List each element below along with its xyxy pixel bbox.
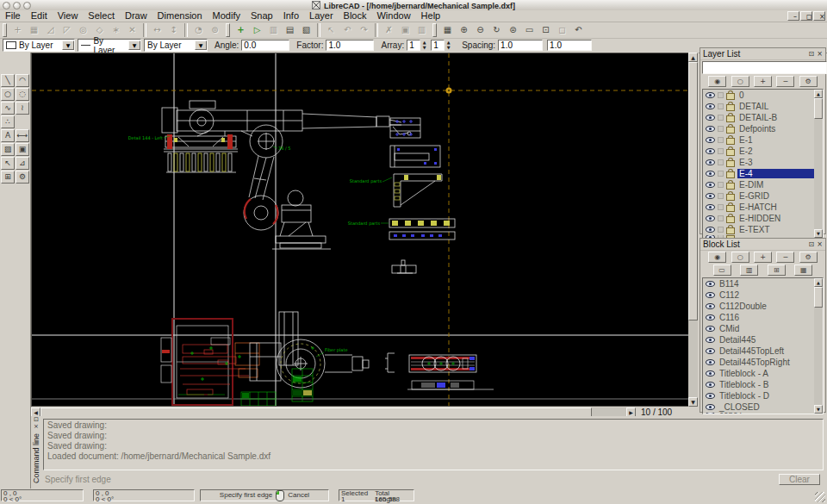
tool-polyline-icon[interactable]: ≀ [16,102,29,115]
print-preview-icon[interactable]: ▧ [298,23,314,37]
toolbar-handle[interactable] [3,23,7,37]
block-visibility-icon[interactable] [706,348,715,354]
block-row[interactable]: C112Double [703,301,823,312]
command-input[interactable]: Specify first edge [43,475,779,484]
block-row[interactable]: CMid [703,323,823,334]
attributes-block-icon[interactable]: ⚙ [799,252,818,263]
layer-lock-icon[interactable] [726,171,735,178]
panel-close-icon[interactable]: × [817,240,823,248]
layer-row[interactable]: E-4 [703,168,823,179]
zoom-in-icon[interactable]: ⊕ [456,23,472,37]
combo-arrow-icon[interactable]: ▼ [62,40,74,50]
block-row[interactable]: cone1 [703,413,823,414]
tool-hatch-icon[interactable]: ▨ [1,143,15,156]
tool-dimension-icon[interactable]: ⟷ [16,129,29,142]
zoom-window-icon[interactable]: ▭ [521,23,538,37]
layer-lock-icon[interactable] [726,138,735,145]
tool-measure-icon[interactable]: ⊿ [16,157,29,170]
restrict-horizontal-icon[interactable]: ↔ [149,23,165,37]
layer-row[interactable]: 0 [703,90,823,101]
snap-distance-icon[interactable]: ∗ [108,23,124,37]
block-row[interactable]: C116 [703,312,823,323]
mdi-minimize-button[interactable]: – [787,11,799,21]
zoom-page-icon[interactable]: ◻ [554,23,570,37]
layer-visibility-icon[interactable] [706,103,715,109]
cut-icon[interactable]: ✗ [381,23,397,37]
undo-icon[interactable]: ↶ [339,23,356,37]
spin-down-icon[interactable]: ▼ [445,46,452,51]
layer-construction-icon[interactable] [718,182,724,188]
layer-visibility-icon[interactable] [706,137,715,143]
layer-construction-icon[interactable] [718,171,724,177]
block-visibility-icon[interactable] [706,303,715,309]
add-block-icon[interactable]: + [754,252,772,263]
pointer-icon[interactable]: ↖ [323,23,339,37]
edit-block-icon[interactable]: ▭ [713,264,731,276]
combo-arrow-icon[interactable]: ▼ [128,40,140,50]
factor-input[interactable] [326,40,374,51]
layer-row[interactable]: E-TEXT [703,224,823,235]
tool-arc-icon[interactable]: ◠ [16,74,29,87]
menu-item[interactable]: Block [339,10,372,22]
layer-lock-icon[interactable] [726,127,735,134]
tool-line-icon[interactable]: ╲ [1,74,15,87]
layer-construction-icon[interactable] [718,193,724,199]
layer-construction-icon[interactable] [718,204,724,210]
drawing-canvas[interactable]: Detail 144 - Left 36 / 5 [31,53,689,407]
add-layer-icon[interactable]: + [754,76,772,87]
angle-input[interactable] [241,40,289,51]
tool-block-icon[interactable]: ⊞ [1,171,15,184]
layer-construction-icon[interactable] [718,115,724,121]
layer-visibility-icon[interactable] [706,193,715,199]
previous-view-icon[interactable]: ↶ [570,23,587,37]
layer-visibility-icon[interactable] [706,148,715,154]
tool-circle-icon[interactable]: ○ [1,88,15,101]
spin-down-icon[interactable]: ▼ [420,46,428,51]
panel-close-icon[interactable]: × [817,50,823,58]
menu-item[interactable]: Snap [246,10,278,22]
set-relative-zero-icon[interactable]: ⊚ [207,23,223,37]
block-row[interactable]: B114 [703,278,823,289]
menu-item[interactable]: Select [83,10,120,22]
layer-lock-icon[interactable] [726,227,735,234]
panel-float-icon[interactable]: ⊡ [809,50,815,58]
scroll-right-icon[interactable]: ▶ [626,408,636,417]
layer-construction-icon[interactable] [718,215,724,221]
layer-visibility-icon[interactable] [706,115,715,121]
block-row[interactable]: C112 [703,289,823,301]
layer-construction-icon[interactable] [718,137,724,143]
layer-row[interactable]: E-2 [703,146,823,157]
zoom-pan-icon[interactable]: ⊡ [538,23,554,37]
pen-color-combo[interactable]: By Layer ▼ [3,39,75,52]
layer-row[interactable]: E-HATCH [703,202,823,213]
layer-lock-icon[interactable] [726,194,735,201]
block-visibility-icon[interactable] [706,370,715,376]
layer-row[interactable]: E-3 [703,157,823,168]
menu-item[interactable]: Modify [208,10,246,22]
block-visibility-icon[interactable] [706,359,715,365]
redo-icon[interactable]: ↷ [356,23,372,37]
save-block-icon[interactable]: ▥ [740,264,758,276]
tool-image-icon[interactable]: ▣ [16,143,29,156]
block-visibility-icon[interactable] [706,281,715,287]
layer-visibility-icon[interactable] [706,159,715,165]
insert-block-icon[interactable]: ⊞ [768,264,786,276]
layer-construction-icon[interactable] [718,126,724,132]
block-visibility-icon[interactable] [706,292,715,298]
layer-visibility-icon[interactable] [706,204,715,210]
layer-visibility-icon[interactable] [706,92,715,98]
snap-intersection-icon[interactable]: ✕ [124,23,140,37]
vertical-scrollbar[interactable]: ▲ ▼ [688,53,698,407]
block-list-scrollbar[interactable]: ▲ ▼ [814,278,823,414]
save-file-icon[interactable]: ▥ [265,23,282,37]
snap-center-icon[interactable]: ◎ [75,23,91,37]
vscroll-thumb[interactable] [688,62,698,320]
menu-item[interactable]: Edit [26,10,53,22]
block-visibility-icon[interactable] [706,337,715,343]
clear-button[interactable]: Clear [779,474,820,485]
block-row[interactable]: Titleblock - B [703,379,823,390]
spacing-x-input[interactable] [498,40,543,51]
paste-icon[interactable]: ▥ [414,23,430,37]
menu-item[interactable]: Draw [120,10,152,22]
toggle-block-visibility-icon[interactable]: ▦ [794,264,812,276]
